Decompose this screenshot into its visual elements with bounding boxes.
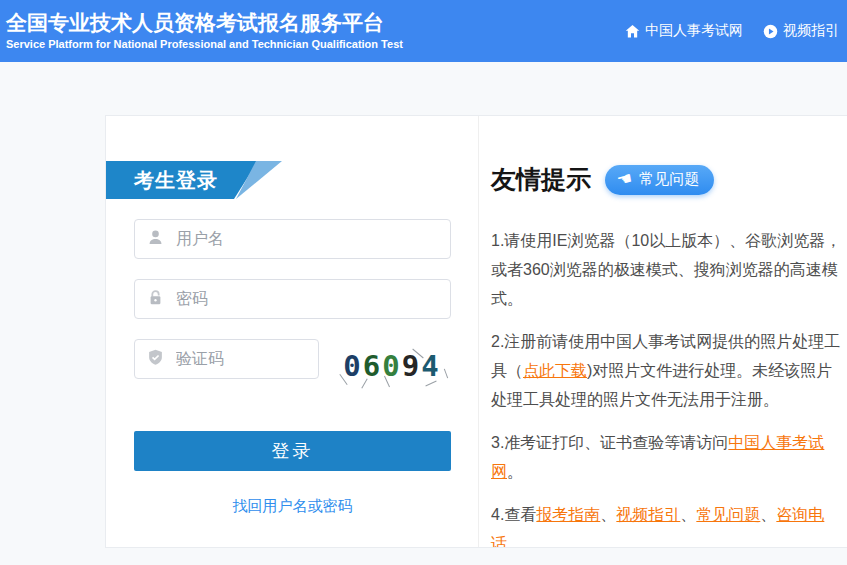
tip-item-4: 4.查看报考指南、视频指引、常见问题、咨询电话。 xyxy=(491,500,843,547)
main-card: 考生登录 xyxy=(105,115,847,548)
site-title: 全国专业技术人员资格考试报名服务平台 xyxy=(6,11,403,35)
captcha-row: 06094 xyxy=(134,339,451,389)
tips-header: 友情提示 ☚ 常见问题 xyxy=(491,163,847,196)
tip-text: 1.请使用IE浏览器（10以上版本）、谷歌浏览器，或者360浏览器的极速模式、搜… xyxy=(491,232,841,307)
tip-text: 3.准考证打印、证书查验等请访问 xyxy=(491,434,728,451)
header: 全国专业技术人员资格考试报名服务平台 Service Platform for … xyxy=(0,0,847,62)
user-icon xyxy=(147,229,174,250)
password-field xyxy=(134,279,451,319)
tip-item-3: 3.准考证打印、证书查验等请访问中国人事考试网。 xyxy=(491,428,843,486)
tip-inline-link[interactable]: 报考指南 xyxy=(536,506,600,523)
nav-cpta-site-link[interactable]: 中国人事考试网 xyxy=(625,22,743,40)
nav-cpta-site-label: 中国人事考试网 xyxy=(645,22,743,40)
username-input[interactable] xyxy=(174,229,440,249)
tips-list: 1.请使用IE浏览器（10以上版本）、谷歌浏览器，或者360浏览器的极速模式、搜… xyxy=(491,226,843,547)
login-banner-title: 考生登录 xyxy=(134,161,218,199)
tip-text: 。 xyxy=(507,535,523,547)
tips-panel: 友情提示 ☚ 常见问题 1.请使用IE浏览器（10以上版本）、谷歌浏览器，或者3… xyxy=(479,116,847,547)
tip-text: 。 xyxy=(507,463,523,480)
tip-text: 、 xyxy=(760,506,776,523)
captcha-image[interactable]: 06094 xyxy=(333,343,451,389)
lock-icon xyxy=(147,289,174,310)
play-icon xyxy=(763,24,778,39)
shield-icon xyxy=(147,349,174,370)
captcha-input[interactable] xyxy=(174,349,308,369)
faq-button[interactable]: ☚ 常见问题 xyxy=(605,165,714,195)
site-subtitle: Service Platform for National Profession… xyxy=(6,38,403,51)
password-input[interactable] xyxy=(174,289,440,309)
tip-text: 、 xyxy=(680,506,696,523)
captcha-noise xyxy=(444,369,448,379)
tip-inline-link[interactable]: 常见问题 xyxy=(696,506,760,523)
faq-button-label: 常见问题 xyxy=(639,170,699,189)
site-titles: 全国专业技术人员资格考试报名服务平台 Service Platform for … xyxy=(6,11,403,51)
captcha-digit: 4 xyxy=(421,349,440,383)
tip-inline-link[interactable]: 点此下载 xyxy=(523,362,587,379)
username-field xyxy=(134,219,451,259)
captcha-field xyxy=(134,339,319,379)
tip-text: 、 xyxy=(600,506,616,523)
tip-item-1: 1.请使用IE浏览器（10以上版本）、谷歌浏览器，或者360浏览器的极速模式、搜… xyxy=(491,226,843,313)
forgot-credentials-link[interactable]: 找回用户名或密码 xyxy=(134,497,451,516)
tip-item-2: 2.注册前请使用中国人事考试网提供的照片处理工具（点此下载)对照片文件进行处理。… xyxy=(491,327,843,414)
tips-title: 友情提示 xyxy=(491,163,591,196)
nav-video-guide-link[interactable]: 视频指引 xyxy=(763,22,839,40)
tip-text: 4.查看 xyxy=(491,506,536,523)
header-nav: 中国人事考试网 视频指引 xyxy=(605,22,839,40)
captcha-digit: 0 xyxy=(343,349,362,383)
login-banner: 考生登录 xyxy=(106,161,316,199)
login-panel: 考生登录 xyxy=(106,116,479,547)
tip-inline-link[interactable]: 视频指引 xyxy=(616,506,680,523)
hand-pointer-icon: ☚ xyxy=(615,169,634,189)
nav-video-guide-label: 视频指引 xyxy=(783,22,839,40)
home-icon xyxy=(625,24,640,39)
login-button[interactable]: 登录 xyxy=(134,431,451,471)
